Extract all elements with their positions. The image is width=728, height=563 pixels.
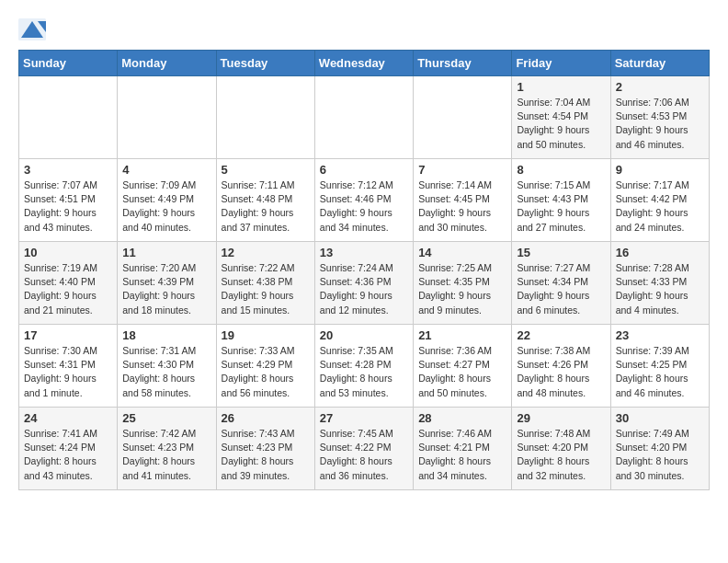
- day-number: 26: [222, 411, 310, 425]
- day-number: 9: [616, 163, 704, 177]
- day-info: Sunrise: 7:35 AM Sunset: 4:28 PM Dayligh…: [320, 344, 408, 400]
- day-cell: 13Sunrise: 7:24 AM Sunset: 4:36 PM Dayli…: [314, 242, 413, 325]
- day-number: 21: [418, 328, 506, 342]
- day-number: 10: [24, 246, 112, 259]
- day-info: Sunrise: 7:14 AM Sunset: 4:45 PM Dayligh…: [418, 178, 506, 235]
- header-wednesday: Wednesday: [314, 51, 413, 76]
- day-cell: 21Sunrise: 7:36 AM Sunset: 4:27 PM Dayli…: [414, 325, 512, 408]
- day-info: Sunrise: 7:46 AM Sunset: 4:21 PM Dayligh…: [418, 427, 506, 483]
- day-cell: 12Sunrise: 7:22 AM Sunset: 4:38 PM Dayli…: [216, 242, 314, 325]
- day-cell: 10Sunrise: 7:19 AM Sunset: 4:40 PM Dayli…: [19, 242, 118, 325]
- day-number: 18: [122, 328, 210, 342]
- calendar-header-row: SundayMondayTuesdayWednesdayThursdayFrid…: [19, 51, 710, 76]
- day-cell: [314, 76, 413, 159]
- day-number: 6: [320, 163, 408, 177]
- day-cell: 20Sunrise: 7:35 AM Sunset: 4:28 PM Dayli…: [314, 325, 413, 408]
- day-number: 15: [517, 246, 605, 259]
- day-info: Sunrise: 7:25 AM Sunset: 4:35 PM Dayligh…: [418, 261, 506, 317]
- day-cell: [216, 76, 314, 159]
- day-number: 28: [418, 411, 506, 425]
- day-cell: 11Sunrise: 7:20 AM Sunset: 4:39 PM Dayli…: [118, 242, 216, 325]
- logo: [18, 18, 50, 40]
- day-number: 20: [320, 328, 408, 342]
- day-cell: 17Sunrise: 7:30 AM Sunset: 4:31 PM Dayli…: [19, 325, 118, 408]
- day-cell: 29Sunrise: 7:48 AM Sunset: 4:20 PM Dayli…: [512, 408, 610, 490]
- day-info: Sunrise: 7:49 AM Sunset: 4:20 PM Dayligh…: [616, 427, 704, 483]
- header-sunday: Sunday: [19, 51, 118, 76]
- day-info: Sunrise: 7:33 AM Sunset: 4:29 PM Dayligh…: [222, 344, 310, 400]
- day-info: Sunrise: 7:28 AM Sunset: 4:33 PM Dayligh…: [616, 261, 704, 317]
- day-cell: [118, 76, 216, 159]
- day-info: Sunrise: 7:30 AM Sunset: 4:31 PM Dayligh…: [24, 344, 112, 400]
- day-cell: 24Sunrise: 7:41 AM Sunset: 4:24 PM Dayli…: [19, 408, 118, 490]
- day-cell: [414, 76, 512, 159]
- day-number: 11: [122, 246, 210, 259]
- day-number: 25: [122, 411, 210, 425]
- day-cell: 2Sunrise: 7:06 AM Sunset: 4:53 PM Daylig…: [610, 76, 709, 159]
- day-number: 27: [320, 411, 408, 425]
- header-saturday: Saturday: [610, 51, 709, 76]
- day-info: Sunrise: 7:09 AM Sunset: 4:49 PM Dayligh…: [122, 178, 210, 235]
- header-friday: Friday: [512, 51, 610, 76]
- day-info: Sunrise: 7:31 AM Sunset: 4:30 PM Dayligh…: [122, 344, 210, 400]
- day-cell: 15Sunrise: 7:27 AM Sunset: 4:34 PM Dayli…: [512, 242, 610, 325]
- header-tuesday: Tuesday: [216, 51, 314, 76]
- calendar-table: SundayMondayTuesdayWednesdayThursdayFrid…: [18, 50, 710, 490]
- day-info: Sunrise: 7:20 AM Sunset: 4:39 PM Dayligh…: [122, 261, 210, 317]
- day-cell: 30Sunrise: 7:49 AM Sunset: 4:20 PM Dayli…: [610, 408, 709, 490]
- day-number: 30: [616, 411, 704, 425]
- day-cell: 19Sunrise: 7:33 AM Sunset: 4:29 PM Dayli…: [216, 325, 314, 408]
- page-header: [18, 18, 710, 40]
- day-info: Sunrise: 7:22 AM Sunset: 4:38 PM Dayligh…: [222, 261, 310, 317]
- day-number: 16: [616, 246, 704, 259]
- day-cell: 26Sunrise: 7:43 AM Sunset: 4:23 PM Dayli…: [216, 408, 314, 490]
- day-number: 22: [517, 328, 605, 342]
- day-number: 19: [222, 328, 310, 342]
- day-number: 1: [517, 80, 605, 94]
- week-row-3: 10Sunrise: 7:19 AM Sunset: 4:40 PM Dayli…: [19, 242, 710, 325]
- day-info: Sunrise: 7:15 AM Sunset: 4:43 PM Dayligh…: [517, 178, 605, 235]
- day-number: 17: [24, 328, 112, 342]
- day-number: 23: [616, 328, 704, 342]
- header-thursday: Thursday: [414, 51, 512, 76]
- day-number: 4: [122, 163, 210, 177]
- day-cell: 4Sunrise: 7:09 AM Sunset: 4:49 PM Daylig…: [118, 159, 216, 242]
- day-cell: 14Sunrise: 7:25 AM Sunset: 4:35 PM Dayli…: [414, 242, 512, 325]
- day-cell: 7Sunrise: 7:14 AM Sunset: 4:45 PM Daylig…: [414, 159, 512, 242]
- day-info: Sunrise: 7:04 AM Sunset: 4:54 PM Dayligh…: [517, 96, 605, 152]
- day-number: 5: [222, 163, 310, 177]
- day-info: Sunrise: 7:43 AM Sunset: 4:23 PM Dayligh…: [222, 427, 310, 483]
- day-cell: 28Sunrise: 7:46 AM Sunset: 4:21 PM Dayli…: [414, 408, 512, 490]
- day-cell: 5Sunrise: 7:11 AM Sunset: 4:48 PM Daylig…: [216, 159, 314, 242]
- day-info: Sunrise: 7:48 AM Sunset: 4:20 PM Dayligh…: [517, 427, 605, 483]
- day-number: 13: [320, 246, 408, 259]
- day-info: Sunrise: 7:11 AM Sunset: 4:48 PM Dayligh…: [222, 178, 310, 235]
- day-cell: 3Sunrise: 7:07 AM Sunset: 4:51 PM Daylig…: [19, 159, 118, 242]
- day-cell: 9Sunrise: 7:17 AM Sunset: 4:42 PM Daylig…: [610, 159, 709, 242]
- day-cell: 1Sunrise: 7:04 AM Sunset: 4:54 PM Daylig…: [512, 76, 610, 159]
- week-row-1: 1Sunrise: 7:04 AM Sunset: 4:54 PM Daylig…: [19, 76, 710, 159]
- day-info: Sunrise: 7:06 AM Sunset: 4:53 PM Dayligh…: [616, 96, 704, 152]
- week-row-5: 24Sunrise: 7:41 AM Sunset: 4:24 PM Dayli…: [19, 408, 710, 490]
- day-cell: 16Sunrise: 7:28 AM Sunset: 4:33 PM Dayli…: [610, 242, 709, 325]
- day-number: 3: [24, 163, 112, 177]
- day-info: Sunrise: 7:19 AM Sunset: 4:40 PM Dayligh…: [24, 261, 112, 317]
- day-number: 2: [616, 80, 704, 94]
- day-info: Sunrise: 7:39 AM Sunset: 4:25 PM Dayligh…: [616, 344, 704, 400]
- week-row-2: 3Sunrise: 7:07 AM Sunset: 4:51 PM Daylig…: [19, 159, 710, 242]
- day-info: Sunrise: 7:42 AM Sunset: 4:23 PM Dayligh…: [122, 427, 210, 483]
- day-number: 14: [418, 246, 506, 259]
- day-number: 24: [24, 411, 112, 425]
- day-info: Sunrise: 7:38 AM Sunset: 4:26 PM Dayligh…: [517, 344, 605, 400]
- day-number: 29: [517, 411, 605, 425]
- day-number: 12: [222, 246, 310, 259]
- day-cell: 25Sunrise: 7:42 AM Sunset: 4:23 PM Dayli…: [118, 408, 216, 490]
- day-cell: 22Sunrise: 7:38 AM Sunset: 4:26 PM Dayli…: [512, 325, 610, 408]
- day-info: Sunrise: 7:41 AM Sunset: 4:24 PM Dayligh…: [24, 427, 112, 483]
- day-cell: 6Sunrise: 7:12 AM Sunset: 4:46 PM Daylig…: [314, 159, 413, 242]
- day-info: Sunrise: 7:27 AM Sunset: 4:34 PM Dayligh…: [517, 261, 605, 317]
- day-number: 7: [418, 163, 506, 177]
- day-info: Sunrise: 7:12 AM Sunset: 4:46 PM Dayligh…: [320, 178, 408, 235]
- day-info: Sunrise: 7:17 AM Sunset: 4:42 PM Dayligh…: [616, 178, 704, 235]
- day-info: Sunrise: 7:07 AM Sunset: 4:51 PM Dayligh…: [24, 178, 112, 235]
